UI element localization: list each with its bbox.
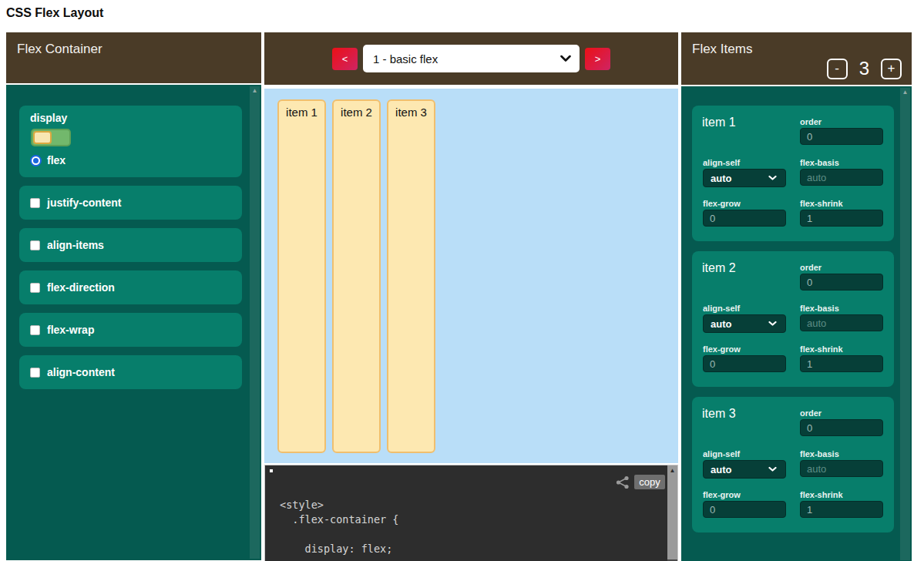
option-align-content[interactable]: align-content [19,355,242,389]
display-flex-radio-row[interactable]: flex [30,154,66,166]
example-nav-header: < 1 - basic flex > [264,32,678,85]
scroll-up-icon[interactable]: ▲ [900,88,910,97]
order-label: order [800,408,822,418]
flex-basis-input[interactable] [800,460,883,477]
flex-container-panel: Flex Container display flex justify-cont… [6,32,261,560]
justify-content-label: justify-content [47,197,121,209]
display-option-card: display flex [19,106,242,177]
flex-grow-input[interactable] [703,210,786,227]
flex-grow-label: flex-grow [703,199,741,208]
example-select-value: 1 - basic flex [373,52,438,66]
option-flex-wrap[interactable]: flex-wrap [19,313,242,347]
remove-item-button[interactable]: - [827,59,848,79]
item-2-card: item 2 order align-self auto flex-basis … [692,251,894,387]
item-3-card: item 3 order align-self auto flex-basis … [692,397,894,532]
option-align-items[interactable]: align-items [19,228,242,262]
code-scrollbar-thumb[interactable]: ▲ [667,465,677,559]
next-example-button[interactable]: > [585,48,610,70]
flex-radio-label: flex [47,154,66,166]
order-input[interactable] [800,274,883,291]
order-input[interactable] [800,128,883,145]
copy-button[interactable]: copy [634,475,665,489]
flex-container-title: Flex Container [17,42,102,57]
align-self-label: align-self [703,449,740,459]
order-input[interactable] [800,419,883,436]
preview-flex-item-2: item 2 [332,99,381,453]
order-label: order [800,263,822,272]
item-1-card: item 1 order align-self auto flex-basis … [692,106,894,241]
right-panel-scrollbar[interactable]: ▲ [900,88,910,560]
item-2-title: item 2 [702,261,736,275]
flex-wrap-checkbox[interactable] [30,325,40,335]
align-content-checkbox[interactable] [30,368,40,378]
flex-direction-label: flex-direction [47,281,115,294]
example-select[interactable]: 1 - basic flex [363,45,580,72]
preview-flex-item-3: item 3 [387,99,435,453]
code-text: <style> .flex-container { display: flex; [280,498,398,556]
display-toggle[interactable] [31,129,71,146]
add-item-button[interactable]: + [881,59,902,79]
flex-shrink-input[interactable] [800,501,883,518]
left-panel-scrollbar[interactable]: ▲ [250,86,260,559]
flex-direction-checkbox[interactable] [30,283,40,293]
flex-items-body: item 1 order align-self auto flex-basis … [681,86,912,561]
option-justify-content[interactable]: justify-content [19,186,242,220]
chevron-down-icon [768,467,777,472]
item-3-title: item 3 [702,407,736,421]
flex-radio-icon[interactable] [30,155,42,166]
preview-column: < 1 - basic flex > item 1 item 2 item 3 … [264,32,678,561]
flex-wrap-label: flex-wrap [47,324,94,336]
chevron-down-icon [560,55,571,62]
flex-preview-container: item 1 item 2 item 3 [264,89,678,463]
flex-basis-label: flex-basis [800,304,839,313]
flex-grow-label: flex-grow [703,344,741,354]
order-label: order [800,117,822,126]
option-flex-direction[interactable]: flex-direction [19,270,242,304]
flex-shrink-label: flex-shrink [800,490,843,499]
item-count-control: - 3 + [827,58,902,79]
align-self-select[interactable]: auto [703,169,786,187]
chevron-down-icon [768,176,777,181]
code-output-block: copy <style> .flex-container { display: … [264,465,678,561]
chevron-down-icon [768,321,777,327]
flex-items-title: Flex Items [692,42,752,57]
flex-items-header: Flex Items - 3 + [681,32,912,85]
share-icon[interactable] [616,475,630,489]
flex-basis-label: flex-basis [800,158,839,167]
flex-container-body: display flex justify-content align-items… [6,85,261,560]
flex-basis-input[interactable] [800,314,883,331]
align-self-label: align-self [703,158,740,167]
code-scrollbar[interactable]: ▲ [667,465,677,561]
flex-grow-input[interactable] [703,355,786,372]
align-content-label: align-content [47,366,115,378]
prev-example-button[interactable]: < [332,48,358,70]
flex-shrink-label: flex-shrink [800,344,843,354]
scroll-up-icon[interactable]: ▲ [670,467,676,474]
display-label: display [30,112,67,124]
flex-basis-label: flex-basis [800,449,839,459]
flex-container-header: Flex Container [6,32,261,83]
scroll-up-icon[interactable]: ▲ [250,86,260,96]
item-1-title: item 1 [702,116,736,129]
flex-grow-label: flex-grow [703,490,741,499]
align-items-label: align-items [47,239,104,251]
flex-basis-input[interactable] [800,169,883,186]
preview-flex-item-1: item 1 [277,99,326,453]
align-self-select[interactable]: auto [703,314,786,333]
align-self-label: align-self [703,304,740,313]
code-bullet-icon [270,469,273,472]
flex-shrink-input[interactable] [800,210,883,227]
flex-items-panel: Flex Items - 3 + item 1 order align-self… [681,32,912,561]
item-count: 3 [859,58,869,79]
align-self-select[interactable]: auto [703,460,786,479]
align-items-checkbox[interactable] [30,240,40,250]
flex-shrink-label: flex-shrink [800,199,843,208]
toggle-knob-icon [33,131,52,144]
justify-content-checkbox[interactable] [30,198,40,208]
flex-grow-input[interactable] [703,501,786,518]
page-title: CSS Flex Layout [6,6,103,20]
flex-shrink-input[interactable] [800,355,883,372]
